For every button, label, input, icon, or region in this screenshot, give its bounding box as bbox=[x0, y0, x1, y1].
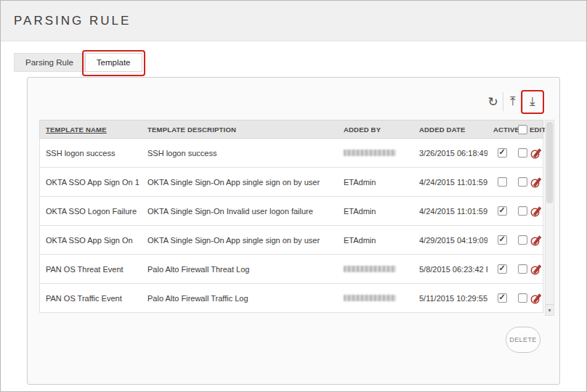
cell-template-name: SSH logon success bbox=[40, 139, 142, 167]
active-checkbox[interactable] bbox=[498, 177, 507, 187]
redacted-added-by bbox=[344, 266, 396, 272]
edit-pencil-icon[interactable] bbox=[530, 234, 543, 247]
cell-template-description: SSH logon success bbox=[142, 139, 338, 167]
toolbar: ↻ ⤒ ⤓ bbox=[483, 92, 542, 111]
edit-select-checkbox[interactable] bbox=[518, 206, 527, 216]
col-edit: EDIT bbox=[517, 121, 544, 138]
edit-select-checkbox[interactable] bbox=[518, 148, 527, 158]
table-header: TEMPLATE NAME TEMPLATE DESCRIPTION ADDED… bbox=[39, 120, 543, 139]
delete-button[interactable]: DELETE bbox=[506, 327, 541, 353]
cell-added-by bbox=[338, 255, 413, 283]
edit-select-checkbox[interactable] bbox=[518, 293, 527, 303]
edit-select-checkbox[interactable] bbox=[518, 235, 527, 245]
window: PARSING RULE Parsing Rule Template ↻ ⤒ ⤓… bbox=[0, 0, 587, 392]
cell-added-date: 5/11/2015 10:29:55 AM bbox=[413, 284, 487, 312]
template-table: TEMPLATE NAME TEMPLATE DESCRIPTION ADDED… bbox=[39, 120, 543, 313]
edit-pencil-icon[interactable] bbox=[530, 292, 543, 305]
cell-added-date: 4/29/2015 04:19:09 PM bbox=[413, 226, 487, 254]
tab-bar: Parsing Rule Template bbox=[14, 53, 586, 72]
scroll-down-icon: ▼ bbox=[547, 308, 552, 313]
tab-template-label: Template bbox=[97, 58, 131, 67]
download-icon[interactable]: ⤓ bbox=[522, 92, 542, 111]
active-checkbox[interactable] bbox=[498, 148, 507, 158]
cell-template-name: PAN OS Traffic Event bbox=[40, 284, 142, 312]
table-row[interactable]: OKTA SSO App Sign On 1 OKTA Single Sign-… bbox=[40, 168, 543, 197]
select-all-checkbox[interactable] bbox=[518, 125, 527, 134]
edit-pencil-icon[interactable] bbox=[530, 176, 543, 189]
refresh-icon[interactable]: ↻ bbox=[483, 92, 503, 111]
page-title: PARSING RULE bbox=[14, 14, 131, 28]
cell-template-name: OKTA SSO Logon Failure bbox=[40, 197, 142, 225]
cell-added-date: 4/24/2015 11:01:59 AM bbox=[413, 168, 487, 196]
scrollbar-thumb[interactable] bbox=[546, 122, 553, 203]
cell-template-description: OKTA Single Sign-On Invalid user logon f… bbox=[142, 197, 338, 225]
cell-template-description: OKTA Single Sign-On App single sign on b… bbox=[142, 168, 338, 196]
cell-added-by: ETAdmin bbox=[338, 197, 413, 225]
tab-parsing-rule[interactable]: Parsing Rule bbox=[14, 53, 85, 72]
col-active[interactable]: ACTIVE bbox=[487, 121, 517, 138]
redacted-added-by bbox=[344, 150, 396, 156]
page-header: PARSING RULE bbox=[1, 1, 586, 41]
col-template-description[interactable]: TEMPLATE DESCRIPTION bbox=[142, 121, 338, 138]
tab-template[interactable]: Template bbox=[85, 53, 142, 72]
download-icon-glyph: ⤓ bbox=[530, 94, 535, 109]
active-checkbox[interactable] bbox=[498, 206, 507, 216]
active-checkbox[interactable] bbox=[498, 264, 507, 274]
upload-icon[interactable]: ⤒ bbox=[503, 92, 522, 111]
cell-template-description: OKTA Single Sign-On App single sign on b… bbox=[142, 226, 338, 254]
cell-template-name: OKTA SSO App Sign On bbox=[40, 226, 142, 254]
table-row[interactable]: PAN OS Traffic Event Palo Alto Firewall … bbox=[40, 284, 543, 313]
table-row[interactable]: OKTA SSO App Sign On OKTA Single Sign-On… bbox=[40, 226, 543, 255]
template-panel: ↻ ⤒ ⤓ TEMPLATE NAME TEMPLATE DESCRIPTION… bbox=[27, 77, 560, 385]
edit-pencil-icon[interactable] bbox=[530, 263, 543, 276]
vertical-scrollbar[interactable]: ▼ bbox=[545, 120, 554, 316]
redacted-added-by bbox=[344, 295, 396, 301]
col-added-by[interactable]: ADDED BY bbox=[338, 121, 413, 138]
active-checkbox[interactable] bbox=[498, 293, 507, 303]
cell-template-description: Palo Alto Firewall Threat Log bbox=[142, 255, 338, 283]
cell-template-name: PAN OS Threat Event bbox=[40, 255, 142, 283]
cell-added-by bbox=[338, 139, 413, 167]
col-added-date[interactable]: ADDED DATE bbox=[413, 121, 487, 138]
cell-added-by: ETAdmin bbox=[338, 168, 413, 196]
active-checkbox[interactable] bbox=[498, 235, 507, 245]
col-edit-label[interactable]: EDIT bbox=[530, 126, 546, 134]
tab-parsing-rule-label: Parsing Rule bbox=[25, 58, 73, 67]
cell-added-by bbox=[338, 284, 413, 312]
col-template-name[interactable]: TEMPLATE NAME bbox=[40, 121, 142, 138]
cell-added-by: ETAdmin bbox=[338, 226, 413, 254]
table-body: SSH logon success SSH logon success 3/26… bbox=[39, 139, 543, 313]
cell-added-date: 5/8/2015 06:23:42 PM bbox=[413, 255, 487, 283]
cell-template-description: Palo Alto Firewall Traffic Log bbox=[142, 284, 338, 312]
edit-select-checkbox[interactable] bbox=[518, 264, 527, 274]
edit-pencil-icon[interactable] bbox=[530, 147, 543, 160]
cell-added-date: 3/26/2015 06:18:49 PM bbox=[413, 139, 487, 167]
table-row[interactable]: OKTA SSO Logon Failure OKTA Single Sign-… bbox=[40, 197, 543, 226]
cell-template-name: OKTA SSO App Sign On 1 bbox=[40, 168, 142, 196]
table-row[interactable]: SSH logon success SSH logon success 3/26… bbox=[40, 139, 543, 168]
edit-pencil-icon[interactable] bbox=[530, 205, 543, 218]
edit-select-checkbox[interactable] bbox=[518, 177, 527, 187]
table-row[interactable]: PAN OS Threat Event Palo Alto Firewall T… bbox=[40, 255, 543, 284]
cell-added-date: 4/24/2015 11:01:59 AM bbox=[413, 197, 487, 225]
scrollbar-down-button[interactable]: ▼ bbox=[546, 304, 554, 315]
